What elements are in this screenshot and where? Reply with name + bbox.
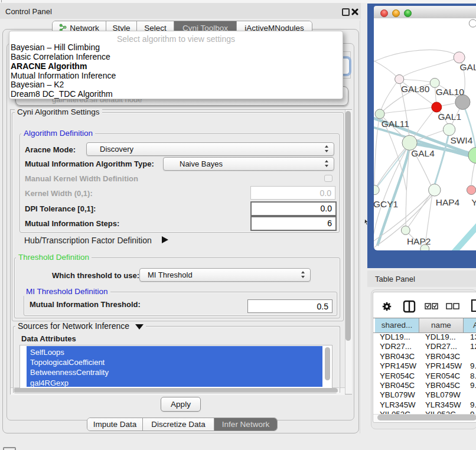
svg-text:GAL80: GAL80 <box>401 84 430 94</box>
svg-text:HAP4: HAP4 <box>436 197 460 207</box>
svg-text:GAL1: GAL1 <box>438 112 461 122</box>
svg-text:SWI4: SWI4 <box>450 135 472 145</box>
svg-text:GAL11: GAL11 <box>382 119 409 129</box>
svg-text:GAL8: GAL8 <box>460 62 476 72</box>
svg-text:GAL4: GAL4 <box>411 148 435 158</box>
svg-text:GCY1: GCY1 <box>374 199 398 209</box>
svg-text:GAL10: GAL10 <box>436 87 465 97</box>
svg-text:Y: Y <box>471 197 476 207</box>
svg-text:HAP2: HAP2 <box>407 236 431 246</box>
